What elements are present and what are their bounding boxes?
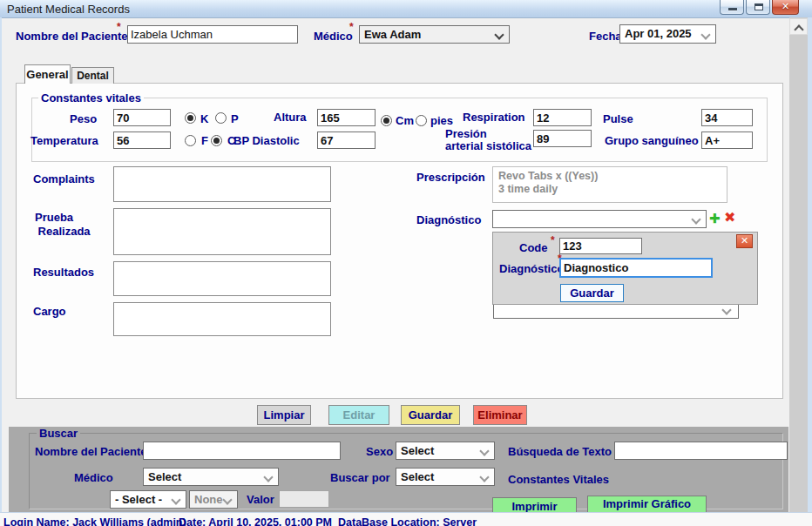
presion-label: Presión arterial sistólica (445, 128, 531, 152)
limpiar-label: Limpiar (264, 408, 305, 421)
cargo-textarea[interactable] (113, 302, 331, 336)
unit-pies-radio[interactable] (416, 115, 427, 126)
buscar-group-title: Buscar (37, 427, 80, 440)
eliminar-button[interactable]: Eliminar (473, 405, 527, 425)
maximize-button[interactable] (746, 0, 770, 15)
chevron-down-icon (222, 495, 232, 504)
popup-close-button[interactable]: ✕ (736, 234, 753, 248)
unit-f-radio[interactable] (185, 135, 196, 146)
prueba-realizada-label: Prueba Realizada (35, 211, 91, 239)
status-bar: Login Name: Jack Williams (admin) Date: … (0, 512, 812, 526)
tab-general[interactable]: General (24, 64, 71, 84)
grupo-sanguineo-input[interactable] (701, 132, 753, 149)
temperatura-input[interactable] (113, 132, 171, 149)
respiration-label: Respiration (463, 111, 525, 124)
popup-guardar-button[interactable]: Guardar (560, 284, 624, 302)
unit-k-radio[interactable] (185, 112, 196, 124)
unit-cm-label: Cm (396, 114, 414, 127)
buscar-medico-select-value: Select (148, 470, 181, 483)
buscar-por-select-value: Select (401, 470, 434, 483)
resultados-label: Resultados (33, 266, 94, 279)
vertical-scrollbar[interactable] (789, 17, 808, 512)
peso-input[interactable] (113, 109, 171, 126)
code-label: Code (519, 241, 548, 254)
editar-button[interactable]: Editar (328, 405, 389, 425)
chevron-down-icon (171, 495, 180, 504)
vitals-group-title: Constantes vitales (38, 91, 144, 105)
title-bar: Patient Medical Records ✕ (0, 0, 812, 18)
required-marker: * (117, 23, 121, 31)
pulse-input[interactable] (701, 109, 753, 126)
scroll-up-button[interactable] (789, 18, 808, 35)
bp-diastolic-label: BP Diastolic (233, 134, 300, 147)
prueba-realizada-textarea[interactable] (113, 208, 331, 255)
eliminar-label: Eliminar (477, 408, 522, 421)
prescripcion-box[interactable]: Revo Tabs x ((Yes)) 3 time daily (492, 166, 727, 203)
guardar-button[interactable]: Guardar (401, 405, 460, 425)
chevron-down-icon (691, 214, 700, 224)
grupo-sanguineo-label: Grupo sanguíneo (605, 134, 699, 147)
unit-p-label: P (231, 112, 239, 125)
respiration-input[interactable] (533, 109, 592, 126)
popup-diagnostico-label: Diagnóstico (499, 262, 564, 275)
window-frame-left (0, 17, 2, 512)
peso-label: Peso (70, 112, 97, 125)
required-marker: * (349, 23, 354, 31)
presion-input[interactable] (533, 130, 592, 147)
chevron-down-icon (721, 305, 731, 314)
buscar-por-select[interactable]: Select (396, 468, 495, 486)
unit-k-label: K (200, 112, 208, 125)
status-login: Login Name: Jack Williams (admin) (3, 516, 186, 526)
medico-label: Médico (314, 30, 353, 43)
code-input[interactable] (559, 238, 642, 254)
patient-name-input[interactable] (127, 25, 298, 44)
tab-dental-label: Dental (77, 70, 109, 82)
resultados-textarea[interactable] (113, 261, 331, 296)
fecha-datepicker[interactable]: Apr 01, 2025 (619, 24, 716, 44)
busqueda-texto-input[interactable] (614, 442, 788, 460)
guardar-label: Guardar (409, 408, 453, 421)
altura-input[interactable] (317, 109, 376, 126)
popup-diagnostico-input[interactable] (559, 258, 713, 278)
temperatura-label: Temperatura (30, 134, 98, 147)
unit-cm-radio[interactable] (381, 115, 392, 126)
status-database: DataBase Location: Server (338, 516, 477, 526)
buscar-medico-select[interactable]: Select (143, 468, 279, 486)
buscar-por-label: Buscar por (330, 471, 390, 484)
unit-f-label: F (201, 134, 208, 147)
minimize-button[interactable] (720, 0, 744, 15)
tab-dental[interactable]: Dental (71, 67, 114, 84)
minimize-icon (728, 8, 737, 10)
add-diagnosis-icon[interactable]: ✚ (709, 212, 721, 226)
required-marker: * (551, 236, 555, 245)
window-title: Patient Medical Records (7, 3, 130, 16)
criteria-select[interactable]: - Select - (110, 490, 186, 509)
complaints-textarea[interactable] (113, 166, 331, 202)
buscar-medico-label: Médico (74, 471, 113, 484)
unit-pies-label: pies (430, 114, 453, 127)
status-date: Date: April 10, 2025, 01:00 PM (179, 516, 332, 526)
sexo-select[interactable]: Select (396, 442, 495, 460)
bp-diastolic-input[interactable] (317, 132, 376, 149)
medico-select[interactable]: Ewa Adam (359, 25, 510, 44)
operator-select[interactable]: None (189, 490, 238, 509)
valor-label: Valor (247, 493, 274, 506)
unit-p-radio[interactable] (215, 112, 227, 124)
pulse-label: Pulse (603, 112, 633, 125)
close-button[interactable]: ✕ (772, 0, 799, 15)
valor-input[interactable] (279, 490, 329, 508)
buscar-nombre-input[interactable] (143, 442, 341, 460)
chevron-down-icon (700, 30, 710, 39)
operator-select-value: None (194, 493, 223, 506)
delete-diagnosis-icon[interactable]: ✖ (724, 211, 735, 225)
unit-c-radio[interactable] (211, 135, 222, 146)
popup-guardar-label: Guardar (570, 287, 614, 300)
buscar-nombre-label: Nombre del Paciente (35, 445, 147, 458)
vitals-groupbox (31, 98, 768, 162)
chevron-down-icon (479, 472, 489, 482)
chevron-down-icon (494, 30, 504, 39)
complaints-label: Complaints (33, 172, 95, 185)
diagnostico-select[interactable] (492, 210, 707, 228)
limpiar-button[interactable]: Limpiar (257, 405, 311, 425)
imprimir-grafico-button[interactable]: Imprimir Gráfico (587, 496, 707, 513)
